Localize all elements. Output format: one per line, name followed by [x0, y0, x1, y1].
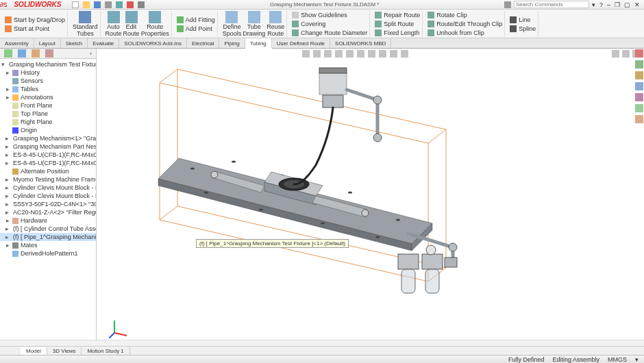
tree-tab-display-icon[interactable] — [45, 49, 53, 58]
quick-access-toolbar — [66, 1, 145, 8]
tab-mbd[interactable]: SOLIDWORKS MBD — [330, 38, 391, 48]
tree-es1[interactable]: ▸ES-8-45-U(CFB-1)(F,RC-M4x0.7)<1> "Pneum — [0, 151, 96, 159]
tree-right-plane[interactable]: Right Plane — [0, 118, 96, 126]
tree-origin[interactable]: Origin — [0, 126, 96, 134]
minimize-icon[interactable]: – — [607, 1, 610, 8]
taskpane-file-explorer-icon[interactable] — [635, 71, 643, 79]
tree-root[interactable]: ▾Grasping Mechanism Test Fixture (Defaul… — [0, 60, 96, 68]
tab-sketch[interactable]: Sketch — [61, 38, 88, 48]
tree-tab-config-icon[interactable] — [32, 49, 40, 58]
tree-regulator[interactable]: ▸AC20-N01-Z-A<2> "Filter Regulator Lubri… — [0, 208, 96, 216]
show-guidelines-button[interactable]: Show Guidelines — [292, 12, 347, 18]
tree-alt-position[interactable]: Alternate Position — [0, 167, 96, 175]
new-icon[interactable] — [72, 1, 79, 8]
define-spools-button[interactable]: Define Spools — [223, 11, 242, 38]
ribbon: Start by Drag/Drop Start at Point Standa… — [0, 10, 644, 38]
tree-cylinder-assy[interactable]: ▸(f) [ Cylinder Control Tube Assembly_^G… — [0, 225, 96, 233]
close-icon[interactable]: ✕ — [634, 1, 640, 8]
repair-route-button[interactable]: Repair Route — [375, 12, 420, 18]
print-icon[interactable] — [105, 1, 112, 8]
split-route-button[interactable]: Split Route — [375, 21, 414, 27]
restore-icon[interactable]: ❐ — [615, 1, 620, 8]
options-icon[interactable] — [138, 1, 145, 8]
route-properties-button[interactable]: Route Properties — [141, 11, 169, 38]
tab-piping[interactable]: Piping — [219, 38, 245, 48]
tree-part-nest[interactable]: ▸Grasping Mechanism Part Nest<1> "Part N… — [0, 142, 96, 151]
tab-layout[interactable]: Layout — [34, 38, 61, 48]
change-diameter-button[interactable]: Change Route Diameter — [292, 29, 367, 36]
horizontal-scrollbar[interactable] — [0, 340, 644, 346]
status-context-icon[interactable]: ▾ — [635, 356, 639, 363]
start-at-point-button[interactable]: Start at Point — [5, 25, 49, 32]
svg-point-16 — [373, 96, 382, 104]
taskpane-view-palette-icon[interactable] — [635, 82, 643, 90]
status-units[interactable]: MMGS — [608, 356, 627, 363]
tree-history[interactable]: ▸History — [0, 68, 96, 77]
tree-tables[interactable]: ▸Tables — [0, 85, 96, 93]
tree-es3[interactable]: ▸ES-8-45-U(CFB-1)(F,RC-M4x0.7)<3> "Pneum — [0, 159, 96, 167]
taskpane-design-lib-icon[interactable] — [635, 60, 643, 68]
tree-annotations[interactable]: ▸Annotations — [0, 93, 96, 101]
svg-rect-20 — [422, 254, 443, 269]
graphics-viewport[interactable]: (f) [ Pipe_1^Grasping Mechanism Test Fix… — [97, 49, 644, 352]
bottom-tab-3dviews[interactable]: 3D Views — [47, 347, 82, 355]
tab-evaluate[interactable]: Evaluate — [88, 38, 119, 48]
standard-tubes-button[interactable]: Standard Tubes — [73, 11, 98, 38]
taskpane-forum-icon[interactable] — [635, 115, 643, 123]
taskpane-custom-props-icon[interactable] — [635, 104, 643, 112]
svg-rect-21 — [401, 269, 415, 293]
rebuild-icon[interactable] — [127, 1, 134, 8]
route-through-clip-button[interactable]: Route/Edit Through Clip — [428, 21, 502, 27]
auto-route-button[interactable]: Auto Route — [106, 11, 122, 38]
taskpane-appearances-icon[interactable] — [635, 93, 643, 101]
tree-tab-feature-icon[interactable] — [4, 49, 12, 58]
tree-clevis-rh[interactable]: ▸Cylinder Clevis Mount Block - RH<1> -> … — [0, 192, 96, 200]
bottom-tab-motion[interactable]: Motion Study 1 — [82, 347, 129, 355]
tree-top-plane[interactable]: Top Plane — [0, 110, 96, 118]
tab-addins[interactable]: SOLIDWORKS Add-Ins — [119, 38, 187, 48]
tree-valve[interactable]: ▸SS5Y3-50F1-02D-C4N<1> "3000 Series Valv… — [0, 200, 96, 208]
bottom-tab-model[interactable]: Model — [21, 347, 47, 355]
tree-pipe1[interactable]: ▸(f) [ Pipe_1^Grasping Mechanism Test Fi… — [0, 233, 96, 241]
tree-clevis-lh[interactable]: ▸Cylinder Clevis Mount Block - LH<1> -> … — [0, 184, 96, 192]
tree-front-plane[interactable]: Front Plane — [0, 101, 96, 110]
add-fitting-button[interactable]: Add Fitting — [177, 16, 215, 23]
unhook-clip-button[interactable]: Unhook from Clip — [428, 29, 484, 36]
document-title: Grasping Mechanism Test Fixture.SLDASM * — [145, 1, 504, 8]
tree-myomo-frame[interactable]: ▸Myomo Testing Machine Frame<1> "Machin — [0, 175, 96, 184]
save-icon[interactable] — [94, 1, 101, 8]
app-logo: SOLIDWORKS — [8, 1, 66, 8]
reuse-route-button[interactable]: Reuse Route — [267, 11, 284, 38]
tab-electrical[interactable]: Electrical — [187, 38, 219, 48]
spline-button[interactable]: Spline — [510, 25, 536, 32]
tree-tab-property-icon[interactable] — [18, 49, 26, 58]
fixed-length-button[interactable]: Fixed Length — [375, 29, 419, 36]
add-point-button[interactable]: Add Point — [177, 25, 212, 32]
rotate-clip-button[interactable]: Rotate Clip — [428, 12, 467, 18]
svg-rect-19 — [398, 254, 419, 269]
start-dragdrop-button[interactable]: Start by Drag/Drop — [5, 16, 65, 23]
tree-hardware[interactable]: ▸Hardware — [0, 216, 96, 225]
feature-tree[interactable]: ▾Grasping Mechanism Test Fixture (Defaul… — [0, 59, 96, 352]
covering-button[interactable]: Covering — [292, 21, 325, 27]
tree-mates[interactable]: ▸Mates — [0, 241, 96, 249]
svg-rect-15 — [323, 95, 343, 108]
maximize-icon[interactable]: ▢ — [624, 1, 630, 8]
help-icon[interactable]: ? — [599, 1, 603, 8]
tree-expand-icon[interactable]: › — [90, 50, 92, 57]
tab-assembly[interactable]: Assembly — [0, 38, 34, 48]
tube-drawing-button[interactable]: Tube Drawing — [243, 11, 265, 38]
tree-sensors[interactable]: Sensors — [0, 77, 96, 85]
tab-user-route[interactable]: User Defined Route — [272, 38, 330, 48]
command-tabs: Assembly Layout Sketch Evaluate SOLIDWOR… — [0, 38, 644, 49]
tree-grasping-mech[interactable]: ▸Grasping Mechanism<1> "Grasp Module, Ri… — [0, 134, 96, 142]
taskpane-resources-icon[interactable] — [635, 49, 643, 58]
search-input[interactable] — [514, 1, 589, 8]
svg-point-4 — [396, 219, 400, 221]
edit-route-button[interactable]: Edit Route — [123, 11, 140, 38]
tab-tubing[interactable]: Tubing — [245, 38, 272, 49]
undo-icon[interactable] — [116, 1, 123, 8]
line-button[interactable]: Line — [510, 16, 530, 23]
open-icon[interactable] — [83, 1, 90, 8]
tree-hole-pattern[interactable]: DerivedHolePattern1 — [0, 249, 96, 258]
